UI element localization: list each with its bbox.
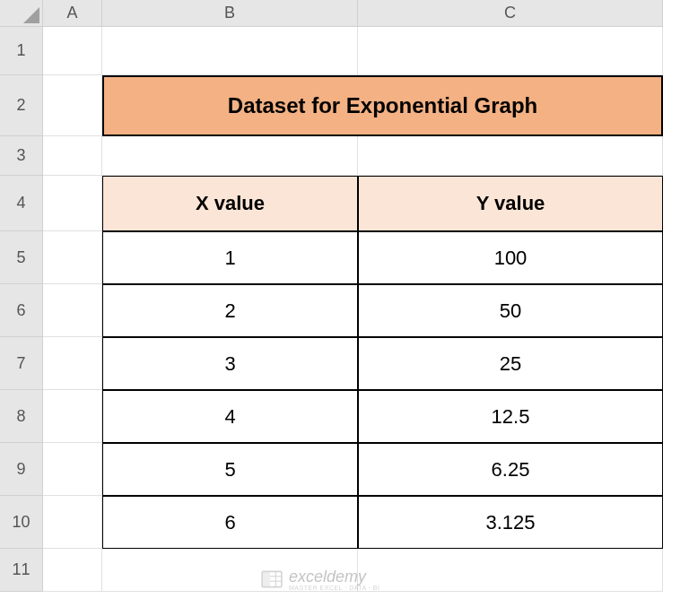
select-all-corner[interactable] [0, 0, 43, 27]
cell-a5[interactable] [43, 231, 102, 284]
table-row[interactable]: 6 [102, 496, 358, 549]
table-row[interactable]: 12.5 [358, 390, 663, 443]
cell-b11[interactable] [102, 549, 358, 592]
cell-a3[interactable] [43, 136, 102, 176]
cell-b3[interactable] [102, 136, 358, 176]
table-row[interactable]: 4 [102, 390, 358, 443]
table-header-y[interactable]: Y value [358, 176, 663, 231]
cell-c3[interactable] [358, 136, 663, 176]
table-row[interactable]: 1 [102, 231, 358, 284]
row-header-3[interactable]: 3 [0, 136, 43, 176]
cell-a1[interactable] [43, 27, 102, 75]
table-row[interactable]: 100 [358, 231, 663, 284]
row-header-1[interactable]: 1 [0, 27, 43, 75]
cell-b1[interactable] [102, 27, 358, 75]
row-header-4[interactable]: 4 [0, 176, 43, 231]
cell-a2[interactable] [43, 75, 102, 136]
cell-c1[interactable] [358, 27, 663, 75]
row-header-9[interactable]: 9 [0, 443, 43, 496]
cell-a11[interactable] [43, 549, 102, 592]
table-header-x[interactable]: X value [102, 176, 358, 231]
row-header-2[interactable]: 2 [0, 75, 43, 136]
col-header-c[interactable]: C [358, 0, 663, 27]
table-row[interactable]: 2 [102, 284, 358, 337]
col-header-b[interactable]: B [102, 0, 358, 27]
spreadsheet-grid: A B C 1 2 Dataset for Exponential Graph … [0, 0, 689, 592]
cell-a10[interactable] [43, 496, 102, 549]
col-header-a[interactable]: A [43, 0, 102, 27]
cell-a7[interactable] [43, 337, 102, 390]
row-header-11[interactable]: 11 [0, 549, 43, 592]
cell-a4[interactable] [43, 176, 102, 231]
row-header-6[interactable]: 6 [0, 284, 43, 337]
table-row[interactable]: 6.25 [358, 443, 663, 496]
table-row[interactable]: 3.125 [358, 496, 663, 549]
table-row[interactable]: 5 [102, 443, 358, 496]
row-header-5[interactable]: 5 [0, 231, 43, 284]
row-header-7[interactable]: 7 [0, 337, 43, 390]
table-row[interactable]: 25 [358, 337, 663, 390]
cell-a6[interactable] [43, 284, 102, 337]
row-header-8[interactable]: 8 [0, 390, 43, 443]
cell-a8[interactable] [43, 390, 102, 443]
title-cell[interactable]: Dataset for Exponential Graph [102, 75, 663, 136]
table-row[interactable]: 3 [102, 337, 358, 390]
cell-a9[interactable] [43, 443, 102, 496]
row-header-10[interactable]: 10 [0, 496, 43, 549]
table-row[interactable]: 50 [358, 284, 663, 337]
cell-c11[interactable] [358, 549, 663, 592]
